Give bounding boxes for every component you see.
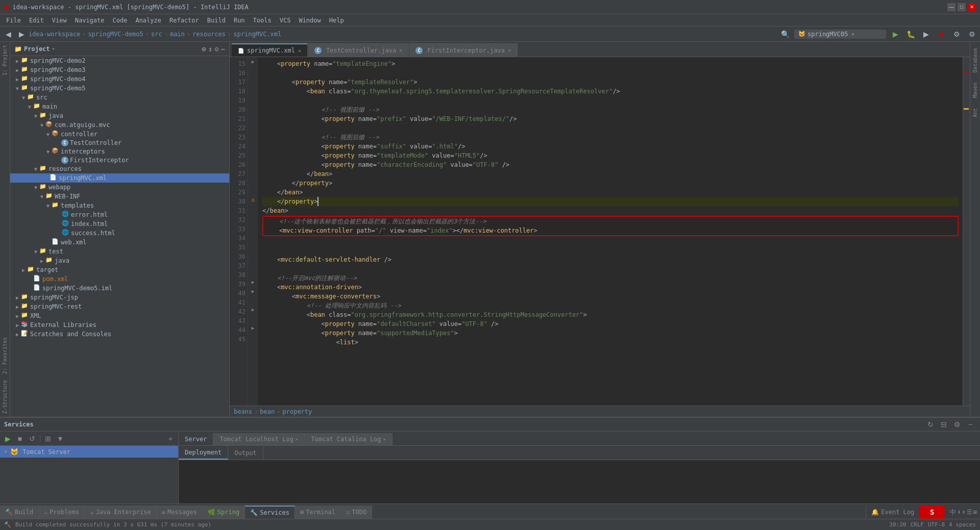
sidebar-item-controller[interactable]: ▼ 📦 controller <box>10 130 229 139</box>
server-tab-server[interactable]: Server <box>179 433 213 445</box>
sidebar-item-springmvc-demo3[interactable]: ▶ 📁 springMVC-demo3 <box>10 65 229 74</box>
menu-tools[interactable]: Tools <box>249 16 276 25</box>
menu-refactor[interactable]: Refactor <box>165 16 203 25</box>
bottom-tab-enterprise[interactable]: ☕ Java Enterprise <box>85 506 157 519</box>
toolbar-settings-button[interactable]: ⚙ <box>966 28 978 40</box>
menu-analyze[interactable]: Analyze <box>131 16 165 25</box>
services-group-button[interactable]: ⊞ <box>42 433 54 444</box>
sidebar-item-templates[interactable]: ▼ 📁 templates <box>10 201 229 210</box>
bottom-tab-spring[interactable]: 🌿 Spring <box>203 506 245 519</box>
bottom-tab-messages[interactable]: ✉ Messages <box>157 506 203 519</box>
close-button[interactable]: ✕ <box>968 3 976 11</box>
bottom-tab-services[interactable]: 🔧 Services <box>245 506 295 519</box>
event-log-tab[interactable]: 🔔 Event Log <box>866 506 919 519</box>
menu-code[interactable]: Code <box>109 16 132 25</box>
chinese-buttons[interactable]: 中 ⬇ ⬆ ☰ ⊞ <box>947 506 980 519</box>
bc-main[interactable]: main <box>170 31 185 38</box>
sidebar-item-springmvc-jsp[interactable]: ▶ 📁 springMVC-jsp <box>10 293 229 302</box>
project-tab[interactable]: 1: Project <box>1 42 9 79</box>
server-tab-catalina-log[interactable]: Tomcat Catalina Log ✕ <box>305 433 393 445</box>
cursor-position[interactable]: 30:20 <box>889 521 906 528</box>
sidebar-item-java[interactable]: ▼ 📁 java <box>10 111 229 120</box>
bc-project[interactable]: springMVC-demo5 <box>88 31 143 38</box>
menu-build[interactable]: Build <box>203 16 230 25</box>
minimize-button[interactable]: — <box>947 3 955 11</box>
sidebar-item-package[interactable]: ▼ 📦 com.atguigu.mvc <box>10 120 229 130</box>
menu-view[interactable]: View <box>48 16 71 25</box>
sidebar-item-index-html[interactable]: 🌐 index.html <box>10 219 229 229</box>
tab-testcontroller[interactable]: C TestController.java ✕ <box>308 43 409 57</box>
sidebar-item-src[interactable]: ▼ 📁 src <box>10 93 229 102</box>
tab-close-icon[interactable]: ✕ <box>508 47 511 53</box>
sidebar-item-interceptors[interactable]: ▼ 📦 interceptors <box>10 147 229 156</box>
toolbar-build-button[interactable]: ⚙ <box>950 28 963 40</box>
bc-property[interactable]: property <box>283 408 312 415</box>
bottom-tab-problems[interactable]: ⚠ Problems <box>39 506 85 519</box>
menu-window[interactable]: Window <box>295 16 325 25</box>
sidebar-item-test[interactable]: ▼ 📁 test <box>10 247 229 256</box>
services-filter-button[interactable]: ▼ <box>55 433 66 444</box>
bottom-tab-build[interactable]: 🔨 Build <box>0 506 39 519</box>
deploy-tab-output[interactable]: Output <box>228 446 263 460</box>
toolbar-back-button[interactable]: ◀ <box>2 28 14 40</box>
indent-setting[interactable]: 4 spaces <box>949 521 976 528</box>
sidebar-scroll-icon[interactable]: ↕ <box>208 45 212 53</box>
code-text[interactable]: <property name="templateEngine"> <proper… <box>258 57 963 406</box>
sidebar-item-main[interactable]: ▼ 📁 main <box>10 102 229 111</box>
services-add-button[interactable]: + <box>165 433 176 444</box>
bc-src[interactable]: src <box>151 31 162 38</box>
sidebar-item-springmvc-xml[interactable]: 📄 springMVC.xml <box>10 173 229 183</box>
menu-run[interactable]: Run <box>230 16 249 25</box>
bc-resources[interactable]: resources <box>192 31 226 38</box>
menu-navigate[interactable]: Navigate <box>71 16 109 25</box>
favorites-tab[interactable]: 2: Favorites <box>1 334 9 377</box>
menu-edit[interactable]: Edit <box>25 16 48 25</box>
toolbar-forward-button[interactable]: ▶ <box>15 28 28 40</box>
menu-help[interactable]: Help <box>325 16 348 25</box>
tab-close-icon2[interactable]: ✕ <box>383 437 386 442</box>
line-ending[interactable]: CRLF <box>910 521 924 528</box>
encoding[interactable]: UTF-8 <box>928 521 945 528</box>
services-stop-button[interactable]: ■ <box>14 433 26 444</box>
database-tab[interactable]: Database <box>971 44 979 77</box>
tomcat-server-item[interactable]: ▼ 🐱 Tomcat Server <box>0 446 178 458</box>
bottom-tab-terminal[interactable]: ⊞ Terminal <box>295 506 341 519</box>
sidebar-item-web-xml[interactable]: 📄 web.xml <box>10 238 229 247</box>
bottom-tab-todo[interactable]: ☑ TODO <box>341 506 372 519</box>
structure-tab[interactable]: Z-Structure <box>1 377 9 417</box>
run-with-coverage-button[interactable]: ▶ <box>920 28 932 40</box>
bc-bean[interactable]: bean <box>260 408 275 415</box>
sidebar-item-iml[interactable]: 📄 springMVC-demo5.iml <box>10 284 229 293</box>
menu-vcs[interactable]: VCS <box>276 16 295 25</box>
sidebar-item-springmvc-demo2[interactable]: ▶ 📁 springMVC-demo2 <box>10 56 229 65</box>
sidebar-item-springmvc-demo4[interactable]: ▶ 📁 springMVC-demo4 <box>10 74 229 84</box>
menu-file[interactable]: File <box>2 16 25 25</box>
sidebar-item-resources[interactable]: ▼ 📁 resources <box>10 164 229 173</box>
sidebar-item-scratches[interactable]: ▶ 📝 Scratches and Consoles <box>10 330 229 339</box>
services-close-button[interactable]: − <box>965 419 976 430</box>
deploy-tab-deployment[interactable]: Deployment <box>179 446 228 460</box>
maven-tab[interactable]: Maven <box>971 79 979 102</box>
sidebar-gear-icon[interactable]: ⚙ <box>214 45 218 53</box>
tab-firstinterceptor[interactable]: C FirstInterceptor.java ✕ <box>409 43 518 57</box>
services-more-button[interactable]: ⚙ <box>951 419 963 430</box>
tab-close-icon[interactable]: ✕ <box>399 47 402 53</box>
sidebar-item-error-html[interactable]: 🌐 error.html <box>10 210 229 219</box>
run-button[interactable]: ▶ <box>889 28 901 40</box>
sidebar-item-springmvc-demo5[interactable]: ▼ 📁 springMVC-demo5 <box>10 84 229 93</box>
s-logo-button[interactable]: S <box>919 506 945 519</box>
sidebar-dropdown-icon[interactable]: ▾ <box>52 46 55 52</box>
tab-springmvc-xml[interactable]: 📄 springMVC.xml ✕ <box>232 43 308 57</box>
services-run-button[interactable]: ▶ <box>2 433 13 444</box>
sidebar-item-testcontroller[interactable]: C TestController <box>10 139 229 147</box>
sidebar-locate-icon[interactable]: ⊕ <box>202 45 206 53</box>
services-restart-button[interactable]: ↺ <box>27 433 38 444</box>
ant-tab[interactable]: Ant <box>971 104 979 121</box>
sidebar-item-webinf[interactable]: ▼ 📁 WEB-INF <box>10 192 229 201</box>
bc-workspace[interactable]: idea-workspace <box>29 31 80 38</box>
tab-close-icon[interactable]: ✕ <box>296 437 298 442</box>
services-refresh-button[interactable]: ↻ <box>925 419 936 430</box>
sidebar-item-test-java[interactable]: ▶ 📁 java <box>10 256 229 265</box>
tab-close-icon[interactable]: ✕ <box>298 48 301 54</box>
run-config-selector[interactable]: 🐱 springMVC05 ▾ <box>794 30 886 39</box>
